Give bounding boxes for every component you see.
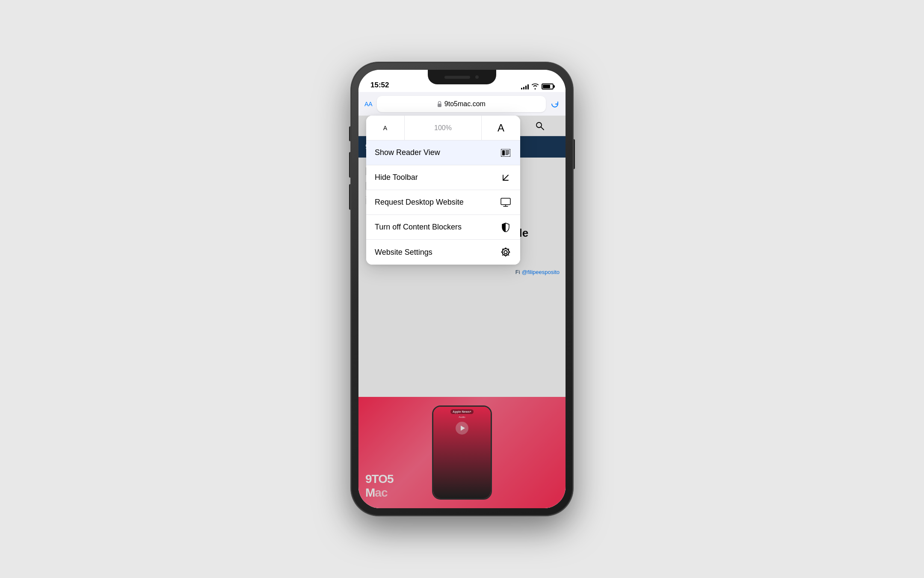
wifi-icon [531, 83, 539, 89]
signal-icon [521, 83, 529, 89]
request-desktop-item[interactable]: Request Desktop Website [366, 190, 520, 215]
content-blockers-item[interactable]: Turn off Content Blockers [366, 215, 520, 240]
show-reader-view-label: Show Reader View [375, 148, 500, 157]
svg-rect-17 [502, 150, 505, 155]
signal-bar-4 [527, 84, 529, 89]
svg-rect-23 [501, 198, 510, 205]
svg-rect-0 [438, 104, 441, 107]
reader-view-icon [500, 147, 512, 159]
request-desktop-label: Request Desktop Website [375, 198, 500, 207]
desktop-icon [500, 197, 512, 209]
text-size-value: 100% [405, 116, 482, 140]
text-size-row: A 100% A [366, 116, 520, 140]
phone-screen: 15:52 [358, 70, 566, 508]
website-settings-label: Website Settings [375, 248, 500, 257]
battery-fill [543, 85, 550, 88]
signal-bar-2 [523, 87, 524, 89]
address-bar[interactable]: AA 9to5mac.com [358, 92, 566, 116]
text-size-large-label: A [498, 122, 504, 134]
website-settings-item[interactable]: Website Settings [366, 240, 520, 265]
gear-icon [500, 246, 512, 258]
notch [428, 70, 496, 84]
content-blockers-label: Turn off Content Blockers [375, 223, 500, 232]
camera [474, 74, 480, 80]
text-size-increase[interactable]: A [482, 116, 520, 140]
hide-toolbar-item[interactable]: Hide Toolbar [366, 165, 520, 190]
reload-button[interactable] [550, 99, 560, 109]
phone-device: 15:52 [351, 62, 573, 516]
text-size-small-label: A [383, 125, 387, 131]
url-text: 9to5mac.com [444, 100, 486, 108]
aa-button[interactable]: AA [364, 101, 373, 107]
battery-icon [542, 83, 554, 89]
signal-bar-3 [525, 86, 527, 89]
text-size-percent-label: 100% [434, 124, 452, 132]
dropdown-menu: A 100% A Show Reader View [366, 116, 520, 265]
lock-icon [437, 101, 442, 107]
show-reader-view-item[interactable]: Show Reader View [366, 140, 520, 165]
status-icons [521, 83, 554, 89]
speaker [444, 76, 470, 79]
shield-icon [500, 221, 512, 233]
signal-bar-1 [521, 88, 522, 89]
text-size-decrease[interactable]: A [366, 116, 405, 140]
hide-toolbar-label: Hide Toolbar [375, 173, 500, 182]
svg-line-22 [503, 175, 508, 180]
url-bar[interactable]: 9to5mac.com [377, 96, 546, 112]
hide-toolbar-icon [500, 172, 512, 184]
phone-shell: 15:52 [351, 62, 573, 516]
